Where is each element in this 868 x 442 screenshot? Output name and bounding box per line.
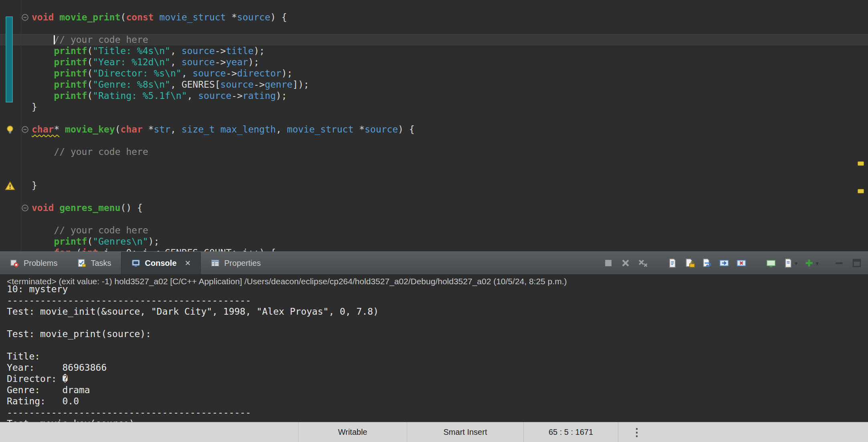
console-line: Year: 86963866: [7, 362, 379, 373]
code-line: // your code here: [32, 225, 415, 236]
collapse-minus-icon[interactable]: [21, 126, 29, 133]
view-window-controls: [834, 257, 862, 269]
open-console-icon[interactable]: ▾: [803, 257, 819, 269]
code-line: printf("Title: %4s\n", source->title);: [32, 45, 415, 56]
console-line: Rating: 0.0: [7, 396, 379, 407]
tab-properties[interactable]: Properties: [201, 252, 270, 274]
code-line: printf("Genre: %8s\n", GENRES[source->ge…: [32, 79, 415, 90]
status-spacer: [0, 422, 298, 442]
maximize-icon[interactable]: [851, 257, 862, 269]
console-output[interactable]: 10: mystery-----------------------------…: [7, 283, 379, 422]
scroll-lock-icon[interactable]: [684, 257, 695, 269]
terminate-icon[interactable]: [603, 257, 614, 269]
code-editor-text[interactable]: void movie_print(const movie_struct *sou…: [32, 12, 415, 251]
code-line: [32, 23, 415, 34]
code-line: char* movie_key(char *str, size_t max_le…: [32, 124, 415, 135]
status-writable: Writable: [298, 422, 407, 442]
minimize-icon[interactable]: [834, 257, 845, 269]
chevron-down-icon: ▾: [816, 260, 819, 266]
pin-console-icon[interactable]: [765, 257, 777, 269]
code-line: void genres_menu() {: [32, 202, 415, 213]
console-line: Director: �: [7, 373, 379, 384]
console-toolbar: ▾ ▾: [603, 252, 868, 274]
code-line: [32, 113, 415, 124]
show-stderr-console-icon[interactable]: [736, 257, 747, 269]
tab-label: Tasks: [91, 259, 111, 268]
console-view: <terminated> (exit value: -1) hold3527_a…: [0, 274, 868, 422]
status-fill: [655, 422, 868, 442]
console-line: Test: movie_key(source):: [7, 418, 379, 422]
tab-label: Properties: [224, 259, 261, 268]
status-bar: Writable Smart Insert 65 : 5 : 1671 ⋮: [0, 422, 868, 442]
code-line: [32, 191, 415, 202]
method-range-indicator: [6, 16, 13, 102]
properties-icon: [210, 258, 220, 268]
status-insert-mode: Smart Insert: [407, 422, 523, 442]
status-cursor-position: 65 : 5 : 1671: [523, 422, 618, 442]
console-icon: [131, 258, 141, 268]
code-line: void movie_print(const movie_struct *sou…: [32, 12, 415, 23]
console-line: Title:: [7, 351, 379, 362]
code-line: printf("Year: %12d\n", source->year);: [32, 56, 415, 68]
console-line: [7, 317, 379, 328]
chevron-down-icon: ▾: [795, 260, 798, 266]
code-line: // your code here: [32, 34, 415, 45]
word-wrap-icon[interactable]: [701, 257, 713, 269]
code-line: [32, 135, 415, 146]
console-line: Test: movie_init(&source, "Dark City", 1…: [7, 306, 379, 317]
code-editor[interactable]: void movie_print(const movie_struct *sou…: [0, 0, 868, 251]
status-overflow-icon[interactable]: ⋮: [618, 422, 655, 442]
code-line: for (int i = 0; i < GENRES_COUNT; i++) {: [32, 247, 415, 251]
console-line: ----------------------------------------…: [7, 295, 379, 306]
clear-console-icon[interactable]: [667, 257, 678, 269]
code-line: [32, 169, 415, 180]
tab-console[interactable]: Console ×: [121, 252, 201, 274]
code-line: }: [32, 180, 415, 191]
code-line: }: [32, 101, 415, 113]
console-line: [7, 340, 379, 351]
eclipse-ide-window: void movie_print(const movie_struct *sou…: [0, 0, 868, 442]
show-stdout-console-icon[interactable]: [719, 257, 730, 269]
code-line: // your code here: [32, 146, 415, 157]
warning-icon[interactable]: [5, 181, 15, 191]
warning-marker[interactable]: [858, 161, 864, 166]
code-line: [32, 157, 415, 169]
tab-label: Problems: [24, 259, 57, 268]
text-caret: [54, 35, 55, 44]
code-line: printf("Genres\n");: [32, 236, 415, 247]
console-line: Genre: drama: [7, 384, 379, 396]
remove-launch-icon[interactable]: [620, 257, 631, 269]
collapse-minus-icon[interactable]: [21, 14, 29, 21]
warning-marker[interactable]: [858, 189, 864, 193]
remove-all-terminated-icon[interactable]: [637, 257, 648, 269]
tab-problems[interactable]: Problems: [0, 252, 67, 274]
tab-tasks[interactable]: Tasks: [67, 252, 121, 274]
close-icon[interactable]: ×: [185, 258, 191, 268]
tab-label: Console: [145, 259, 177, 268]
tasks-icon: [77, 258, 86, 268]
code-line: printf("Director: %s\n", source->directo…: [32, 68, 415, 79]
problems-icon: [10, 258, 19, 268]
quickfix-bulb-icon[interactable]: [5, 125, 15, 135]
collapse-minus-icon[interactable]: [21, 204, 29, 212]
console-line: 10: mystery: [7, 283, 379, 295]
view-tab-bar: Problems Tasks Console × Properties: [0, 251, 868, 274]
code-line: printf("Rating: %5.1f\n", source->rating…: [32, 90, 415, 101]
console-line: Test: movie_print(source):: [7, 328, 379, 340]
display-selected-console-icon[interactable]: ▾: [783, 257, 798, 269]
code-line: [32, 213, 415, 225]
console-line: ----------------------------------------…: [7, 407, 379, 418]
